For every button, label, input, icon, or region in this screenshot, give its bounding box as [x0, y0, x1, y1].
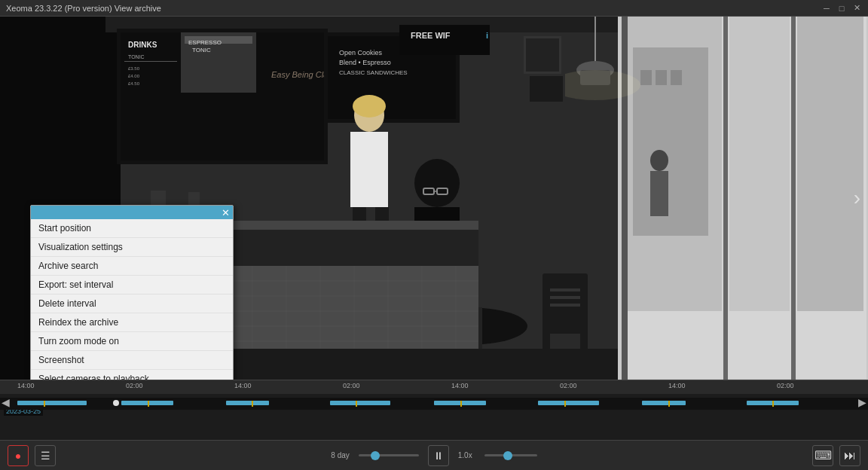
timeline-segment-2 — [226, 401, 270, 405]
skip-end-button[interactable]: ⏭ — [839, 445, 860, 466]
timeline-mark-5 — [564, 401, 566, 407]
menu-item-archive-search[interactable]: Archive search — [31, 257, 233, 276]
menu-item-screenshot[interactable]: Screenshot — [31, 351, 233, 370]
timeline-mark-2 — [252, 401, 253, 407]
svg-text:Blend • Espresso: Blend • Espresso — [339, 59, 391, 66]
svg-rect-69 — [526, 38, 559, 72]
main-container: DRINKS TONIC £3.50 £4.00 £4.50 ESPRESSO … — [0, 17, 868, 470]
video-area: DRINKS TONIC £3.50 £4.00 £4.50 ESPRESSO … — [0, 17, 868, 380]
menu-item-start-position[interactable]: Start position — [31, 219, 233, 238]
time-label-0: 14:00 — [17, 382, 35, 389]
time-label-7: 02:00 — [777, 382, 794, 389]
menu-item-delete-interval[interactable]: Delete interval — [31, 295, 233, 313]
svg-rect-36 — [671, 70, 682, 85]
svg-rect-38 — [650, 171, 668, 216]
timeline-mark-7 — [772, 401, 774, 407]
titlebar-controls: ─ □ ✕ — [821, 3, 862, 14]
timeline-area[interactable]: 14:0002:0014:0002:0014:0002:0014:0002:00… — [0, 380, 868, 440]
maximize-button[interactable]: □ — [836, 3, 847, 14]
day-slider[interactable] — [359, 454, 419, 456]
timeline-ruler: 14:0002:0014:0002:0014:0002:0014:0002:00… — [0, 380, 868, 394]
time-label-4: 14:00 — [451, 382, 469, 389]
svg-point-53 — [353, 95, 386, 118]
svg-point-37 — [650, 150, 668, 171]
speed-slider[interactable] — [484, 454, 537, 456]
svg-text:ESPRESSO: ESPRESSO — [188, 39, 222, 46]
svg-rect-45 — [550, 304, 580, 307]
menu-item-reindex-archive[interactable]: Reindex the archive — [31, 313, 233, 332]
svg-text:£3.50: £3.50 — [128, 66, 140, 71]
timeline-mark-0 — [44, 401, 45, 407]
svg-rect-31 — [729, 17, 790, 311]
svg-rect-34 — [640, 70, 652, 85]
svg-text:Open Cookies: Open Cookies — [339, 49, 383, 56]
timeline-nav-right[interactable]: ▶ — [858, 396, 866, 408]
svg-rect-43 — [550, 288, 580, 291]
right-chevron-button[interactable]: › — [854, 186, 860, 210]
timeline-mark-6 — [668, 401, 670, 407]
svg-rect-35 — [656, 70, 667, 85]
svg-text:TONIC: TONIC — [128, 54, 145, 60]
timeline-mark-4 — [460, 401, 462, 407]
minimize-button[interactable]: ─ — [821, 3, 832, 14]
menu-item-visualization-settings[interactable]: Visualization settings — [31, 238, 233, 257]
close-button[interactable]: ✕ — [851, 3, 862, 14]
menu-item-turn-zoom-mode[interactable]: Turn zoom mode on — [31, 332, 233, 351]
svg-text:i: i — [486, 31, 488, 40]
svg-rect-32 — [797, 17, 863, 311]
day-range-label: 8 day — [331, 451, 349, 459]
skip-end-icon: ⏭ — [844, 449, 856, 462]
center-controls: 8 day ⏸ 1.0x — [62, 445, 806, 466]
speed-label: 1.0x — [458, 451, 472, 459]
menu-item-select-cameras-playback[interactable]: Select cameras to playback — [31, 370, 233, 380]
svg-rect-28 — [723, 17, 728, 380]
time-label-1: 02:00 — [126, 382, 143, 389]
time-label-5: 02:00 — [560, 382, 577, 389]
time-label-6: 14:00 — [668, 382, 686, 389]
menu-close-button[interactable]: ✕ — [222, 208, 230, 218]
timeline-segment-6 — [642, 401, 686, 405]
timeline-mark-1 — [148, 401, 149, 407]
svg-rect-29 — [791, 17, 796, 380]
svg-rect-50 — [350, 132, 388, 207]
svg-rect-44 — [550, 296, 580, 299]
menu-items-container: Start positionVisualization settingsArch… — [31, 219, 233, 380]
svg-rect-22 — [399, 25, 490, 55]
context-menu: ✕ Start positionVisualization settingsAr… — [30, 205, 234, 380]
svg-text:CLASSIC SANDWICHES: CLASSIC SANDWICHES — [339, 69, 408, 76]
svg-point-54 — [414, 159, 460, 207]
menu-item-export-set-interval[interactable]: Export: set interval — [31, 276, 233, 295]
record-icon: ● — [15, 450, 21, 462]
keyboard-button[interactable]: ⌨ — [812, 445, 833, 466]
playhead-dot — [113, 400, 119, 406]
svg-rect-8 — [124, 61, 177, 62]
svg-text:£4.00: £4.00 — [128, 74, 140, 78]
list-icon: ☰ — [41, 450, 50, 462]
keyboard-icon: ⌨ — [815, 448, 832, 462]
svg-text:DRINKS: DRINKS — [128, 41, 157, 49]
context-menu-header: ✕ — [31, 206, 233, 219]
svg-text:£4.50: £4.50 — [128, 81, 140, 86]
timeline-segment-0 — [17, 401, 87, 405]
timeline-segment-5 — [538, 401, 599, 405]
time-label-3: 02:00 — [343, 382, 360, 389]
svg-rect-71 — [530, 76, 563, 102]
scrubber-row[interactable] — [0, 398, 868, 410]
timeline-segment-3 — [330, 401, 391, 405]
titlebar: Xeoma 23.3.22 (Pro version) View archive… — [0, 0, 868, 17]
titlebar-title: Xeoma 23.3.22 (Pro version) View archive — [6, 4, 161, 13]
svg-rect-27 — [622, 17, 628, 380]
play-pause-button[interactable]: ⏸ — [428, 445, 449, 466]
svg-text:FREE WIF: FREE WIF — [411, 31, 451, 40]
svg-text:TONIC: TONIC — [192, 47, 211, 53]
timeline-mark-3 — [356, 401, 357, 407]
play-pause-icon: ⏸ — [433, 450, 444, 462]
bottom-controls: ● ☰ 8 day ⏸ 1.0x ⌨ ⏭ — [0, 440, 868, 470]
time-label-2: 14:00 — [234, 382, 252, 389]
record-button[interactable]: ● — [8, 445, 29, 466]
list-button[interactable]: ☰ — [35, 445, 56, 466]
timeline-nav-left[interactable]: ◀ — [2, 396, 10, 408]
